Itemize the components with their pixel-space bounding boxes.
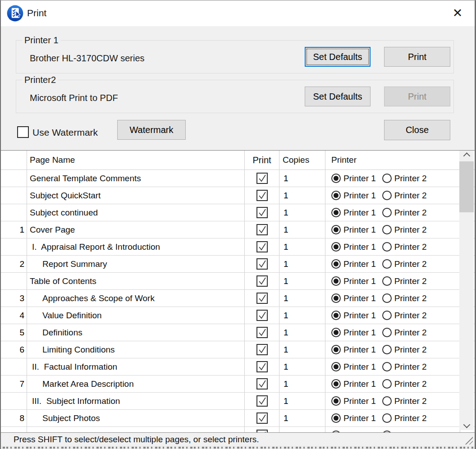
copies-value[interactable] bbox=[279, 427, 325, 432]
print-checkbox[interactable] bbox=[256, 241, 268, 252]
printer1-radio[interactable] bbox=[331, 208, 341, 217]
printer-cell: Printer 1Printer 2 bbox=[325, 427, 460, 432]
printer1-radio[interactable] bbox=[331, 191, 341, 200]
close-icon[interactable]: ✕ bbox=[449, 5, 466, 21]
printer1-radio[interactable] bbox=[331, 259, 341, 269]
table-row[interactable]: III. Subject Information1Printer 1Printe… bbox=[1, 393, 475, 410]
print-checkbox[interactable] bbox=[256, 293, 268, 304]
print-checkbox[interactable] bbox=[256, 190, 268, 201]
copies-value[interactable]: 1 bbox=[279, 324, 325, 341]
close-button[interactable]: Close bbox=[384, 120, 450, 140]
print-checkbox[interactable] bbox=[256, 224, 268, 235]
resize-grip[interactable] bbox=[464, 435, 473, 444]
printer2-radio[interactable] bbox=[382, 345, 392, 354]
table-row[interactable]: Printer 1Printer 2 bbox=[1, 427, 475, 432]
print-checkbox[interactable] bbox=[256, 344, 268, 355]
copies-value[interactable]: 1 bbox=[279, 341, 325, 358]
copies-value[interactable]: 1 bbox=[279, 307, 325, 324]
print-cell bbox=[245, 410, 279, 426]
printer1-radio[interactable] bbox=[331, 225, 341, 234]
copies-value[interactable]: 1 bbox=[279, 238, 325, 255]
printer-cell: Printer 1Printer 2 bbox=[325, 393, 460, 409]
printer1-radio[interactable] bbox=[331, 379, 341, 389]
printer1-set-defaults-button[interactable]: Set Defaults bbox=[305, 47, 371, 67]
print-checkbox[interactable] bbox=[256, 378, 268, 389]
print-checkbox[interactable] bbox=[256, 395, 268, 407]
printer1-radio[interactable] bbox=[331, 328, 341, 337]
printer1-radio[interactable] bbox=[331, 276, 341, 286]
use-watermark-checkbox[interactable] bbox=[17, 126, 29, 138]
printer2-radio[interactable] bbox=[382, 413, 392, 423]
header-print: Print bbox=[245, 151, 279, 170]
copies-value[interactable]: 1 bbox=[279, 256, 325, 272]
printer2-radio[interactable] bbox=[382, 362, 392, 371]
copies-value[interactable]: 1 bbox=[279, 410, 325, 426]
printer2-radio-label: Printer 2 bbox=[394, 328, 427, 338]
copies-value[interactable]: 1 bbox=[279, 273, 325, 289]
printer2-radio[interactable] bbox=[382, 174, 392, 183]
printer2-radio[interactable] bbox=[382, 259, 392, 269]
printer1-radio[interactable] bbox=[331, 293, 341, 303]
radio-dot bbox=[334, 399, 339, 403]
printer2-radio[interactable] bbox=[382, 379, 392, 389]
printer1-radio[interactable] bbox=[331, 413, 341, 423]
printer1-radio[interactable] bbox=[331, 311, 341, 320]
printer1-radio[interactable] bbox=[331, 396, 341, 406]
page-number bbox=[1, 204, 27, 221]
printer2-radio[interactable] bbox=[382, 293, 392, 303]
copies-value[interactable]: 1 bbox=[279, 187, 325, 204]
print-checkbox[interactable] bbox=[256, 361, 268, 372]
printer1-radio[interactable] bbox=[331, 242, 341, 252]
table-row[interactable]: Subject QuickStart1Printer 1Printer 2 bbox=[1, 187, 475, 204]
printer1-radio[interactable] bbox=[331, 345, 341, 354]
printer2-radio[interactable] bbox=[382, 396, 392, 406]
table-row[interactable]: 5Definitions1Printer 1Printer 2 bbox=[1, 324, 475, 341]
table-row[interactable]: I. Appraisal Report & Introduction1Print… bbox=[1, 238, 475, 256]
copies-value[interactable]: 1 bbox=[279, 204, 325, 221]
title-bar: Print ✕ bbox=[1, 0, 475, 26]
printer2-radio[interactable] bbox=[382, 328, 392, 337]
printer1-radio[interactable] bbox=[331, 362, 341, 371]
scrollbar-thumb[interactable] bbox=[459, 161, 474, 212]
table-row[interactable]: II. Factual Information1Printer 1Printer… bbox=[1, 358, 475, 376]
table-row[interactable]: 8Subject Photos1Printer 1Printer 2 bbox=[1, 410, 475, 427]
printer2-radio[interactable] bbox=[382, 225, 392, 234]
print-checkbox[interactable] bbox=[256, 310, 268, 321]
copies-value[interactable]: 1 bbox=[279, 358, 325, 375]
print-checkbox[interactable] bbox=[256, 173, 268, 184]
table-row[interactable]: 3Approaches & Scope of Work1Printer 1Pri… bbox=[1, 290, 475, 307]
table-row[interactable]: Subject continued1Printer 1Printer 2 bbox=[1, 204, 475, 221]
print-checkbox[interactable] bbox=[256, 412, 268, 424]
printer2-set-defaults-button[interactable]: Set Defaults bbox=[305, 87, 371, 106]
printer2-print-button[interactable]: Print bbox=[384, 87, 450, 106]
printer2-radio[interactable] bbox=[382, 242, 392, 252]
watermark-button[interactable]: Watermark bbox=[117, 120, 186, 140]
copies-value[interactable]: 1 bbox=[279, 290, 325, 307]
table-row[interactable]: 4Value Definition1Printer 1Printer 2 bbox=[1, 307, 475, 324]
table-row[interactable]: 1Cover Page1Printer 1Printer 2 bbox=[1, 221, 475, 238]
table-row[interactable]: 2Report Summary1Printer 1Printer 2 bbox=[1, 256, 475, 273]
page-name bbox=[27, 427, 245, 432]
print-checkbox[interactable] bbox=[256, 258, 268, 270]
table-row[interactable]: 6Limiting Conditions1Printer 1Printer 2 bbox=[1, 341, 475, 358]
scroll-up-button[interactable] bbox=[459, 151, 474, 160]
copies-value[interactable]: 1 bbox=[279, 170, 325, 187]
scroll-down-button[interactable] bbox=[459, 421, 474, 430]
printer1-print-button[interactable]: Print bbox=[384, 47, 450, 67]
printer2-radio[interactable] bbox=[382, 311, 392, 320]
copies-value[interactable]: 1 bbox=[279, 376, 325, 392]
print-checkbox[interactable] bbox=[256, 207, 268, 218]
printer2-radio[interactable] bbox=[382, 276, 392, 286]
printer-cell: Printer 1Printer 2 bbox=[325, 376, 460, 392]
table-row[interactable]: General Template Comments1Printer 1Print… bbox=[1, 170, 475, 187]
printer1-radio[interactable] bbox=[331, 174, 341, 183]
table-row[interactable]: 7Market Area Description1Printer 1Printe… bbox=[1, 376, 475, 393]
copies-value[interactable]: 1 bbox=[279, 393, 325, 409]
copies-value[interactable]: 1 bbox=[279, 221, 325, 238]
print-checkbox[interactable] bbox=[256, 327, 268, 338]
vertical-scrollbar[interactable] bbox=[459, 151, 474, 430]
print-checkbox[interactable] bbox=[256, 275, 268, 287]
printer2-radio[interactable] bbox=[382, 208, 392, 217]
printer2-radio[interactable] bbox=[382, 191, 392, 200]
table-row[interactable]: Table of Contents1Printer 1Printer 2 bbox=[1, 273, 475, 290]
